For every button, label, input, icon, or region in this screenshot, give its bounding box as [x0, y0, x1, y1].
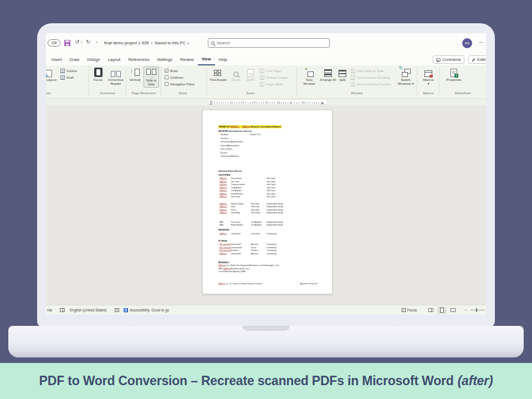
ruler-number: 6 [253, 101, 256, 104]
tab-help[interactable]: Help [215, 54, 231, 65]
zoom-100-button: 100 100% [243, 67, 258, 82]
thumbnails-button[interactable]: Thumbnails [208, 67, 228, 82]
ruler-number: 2 [229, 101, 232, 104]
title-caret-icon: ▾ [187, 42, 189, 45]
tab-mailings[interactable]: Mailings [154, 54, 177, 65]
ruler[interactable]: 2 4 6 8 10 12 14 [208, 99, 328, 105]
properties-button[interactable]: S Properties [443, 67, 465, 82]
focus-button[interactable]: Focus [90, 67, 106, 82]
proofing-icon[interactable] [60, 308, 65, 312]
macros-icon [424, 70, 432, 77]
focus-icon [94, 68, 103, 77]
tab-draw[interactable]: Draw [66, 54, 84, 65]
undo-caret-icon[interactable]: ▾ [81, 40, 83, 44]
doc-school-row: SASBoyle HeightsLos AngelesIndependent S… [218, 224, 318, 227]
ruler-number: 4 [242, 101, 244, 104]
document-canvas[interactable]: SPEAK UP SURVEY - SIATech Network Consol… [46, 105, 486, 305]
tab-references[interactable]: References [124, 54, 153, 65]
document-title[interactable]: final demo project 1-535•Saved to this P… [104, 40, 189, 45]
focus-mode-icon [402, 308, 406, 312]
show-stack: ✓ Ruler Gridlines Navigation Pane [165, 68, 195, 86]
reset-window-position-button: Reset Window Position [351, 81, 391, 86]
ruler-number: 14 [301, 101, 305, 104]
focus-mode-button[interactable]: Focus [402, 308, 417, 312]
read-mode-button[interactable] [426, 306, 436, 314]
group-separator [296, 67, 297, 96]
comments-button[interactable]: Comments [433, 55, 464, 64]
macros-button[interactable]: Macros▾ [419, 67, 438, 85]
new-window-icon: + [305, 69, 314, 77]
right-indent-marker-icon[interactable] [321, 101, 324, 104]
ribbon-tabs: Insert Draw Design Layout References Mai… [48, 54, 231, 65]
tab-design[interactable]: Design [83, 54, 104, 65]
one-page-button: One Page [260, 68, 288, 73]
comments-label: Comments [442, 58, 461, 62]
doc-acronym-line: *Local Education Agency (LEA) [218, 270, 318, 274]
zoom-slider[interactable] [470, 310, 485, 310]
sharepoint-group-label: SharePoint [441, 91, 485, 95]
tab-layout[interactable]: Layout [104, 54, 125, 65]
zoom-stack: One Page Multiple Pages Page Width [260, 68, 288, 86]
zoom-out-button[interactable]: − [464, 308, 467, 313]
caption-banner: PDF to Word Conversion – Recreate scanne… [0, 363, 532, 399]
document-page[interactable]: SPEAK UP SURVEY - SIATech Network Consol… [202, 110, 332, 294]
macro-recording-icon[interactable] [115, 308, 119, 312]
saved-status: Saved to this PC [155, 40, 186, 45]
vertical-button[interactable]: ↕ Vertical [127, 67, 142, 82]
web-layout-button[interactable]: Web Layout [46, 67, 57, 82]
tab-review[interactable]: Review [176, 54, 198, 65]
word-count[interactable]: rds [47, 308, 52, 312]
navigation-pane-checkbox-row[interactable]: Navigation Pane [165, 81, 195, 86]
gridlines-checkbox[interactable] [165, 75, 168, 79]
accessibility-icon: ♿ [124, 308, 129, 313]
zoom-slider-thumb[interactable] [476, 308, 477, 312]
outline-button[interactable]: Outline [60, 68, 77, 73]
editing-button[interactable]: Editing [468, 55, 486, 64]
arrange-all-button[interactable]: Arrange All [319, 67, 337, 82]
word-titlebar: Off ↺ ▾ ↻ ▾ final demo project 1-535•Sav… [46, 33, 486, 54]
page-width-icon [260, 82, 264, 86]
switch-windows-button[interactable]: ↻ Switch Windows ▾ [395, 67, 416, 85]
comment-bubble-icon [436, 58, 441, 62]
immersive-reader-button[interactable]: Immersive Reader [106, 67, 126, 85]
doc-footer-right: Appendix G Page 535 [300, 283, 318, 285]
doc-school-row: SIATech,Little Rock*Little RockCommunity [218, 233, 318, 236]
group-separator [417, 67, 417, 96]
side-to-side-icon: ↔ [146, 69, 157, 78]
window-stack: View Side by Side Synchronous Scrolling … [351, 68, 391, 86]
immersive-group-label: Immersive [90, 91, 125, 95]
redo-icon[interactable]: ↻ [86, 39, 90, 45]
print-layout-button[interactable] [437, 306, 447, 314]
web-layout-view-icon [451, 308, 456, 312]
web-layout-view-button[interactable] [448, 306, 458, 314]
qat-customize-icon[interactable]: ▾ [96, 40, 98, 44]
search-box[interactable] [208, 38, 330, 48]
reset-window-position-icon [351, 82, 355, 86]
minimize-button[interactable]: — [479, 39, 483, 44]
view-side-by-side-button: View Side by Side [351, 68, 391, 73]
split-button[interactable]: Split [336, 67, 349, 82]
accessibility-checker[interactable]: ♿ Accessibility: Good to go [124, 308, 170, 313]
editing-label: Editing [477, 58, 486, 62]
language-indicator[interactable]: English (United States) [70, 308, 106, 312]
outline-icon [60, 69, 65, 73]
doc-school-row: SIATech,South BaySan DiegoIndependent St… [218, 212, 318, 215]
ruler-checkbox-row[interactable]: ✓ Ruler [165, 68, 195, 73]
draft-button[interactable]: Draft [60, 75, 77, 80]
undo-icon[interactable]: ↺ [75, 39, 79, 45]
autosave-toggle[interactable]: Off [48, 39, 60, 47]
search-input[interactable] [217, 40, 326, 45]
navigation-pane-checkbox[interactable] [165, 82, 168, 86]
gridlines-checkbox-row[interactable]: Gridlines [165, 75, 195, 80]
save-icon[interactable] [64, 40, 70, 46]
new-window-button[interactable]: + New Window [300, 67, 319, 85]
side-to-side-button[interactable]: ↔ Side to Side [144, 66, 159, 88]
multiple-pages-button: Multiple Pages [260, 75, 288, 80]
tab-view[interactable]: View [198, 54, 215, 65]
ruler-checkbox[interactable]: ✓ [165, 69, 168, 73]
page-width-button: Page Width [260, 81, 288, 86]
avatar[interactable]: KN [462, 38, 472, 48]
thumbnails-icon [214, 70, 222, 77]
ruler-bar: 2 4 6 8 10 12 14 [46, 99, 486, 105]
tab-insert[interactable]: Insert [48, 54, 66, 65]
